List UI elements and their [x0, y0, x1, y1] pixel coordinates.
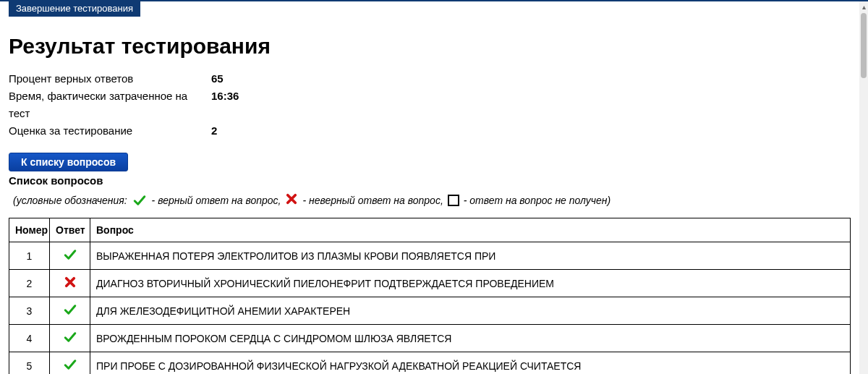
check-icon [62, 303, 78, 316]
cell-number: 4 [9, 325, 50, 352]
summary-label: Оценка за тестирование [9, 122, 211, 140]
page-title: Результат тестирования [9, 34, 851, 59]
cell-question: ДИАГНОЗ ВТОРИЧНЫЙ ХРОНИЧЕСКИЙ ПИЕЛОНЕФРИ… [90, 270, 851, 297]
legend-noanswer-text: - ответ на вопрос не получен) [464, 195, 610, 206]
legend-incorrect-text: - неверный ответ на вопрос, [302, 195, 443, 206]
legend-correct-text: - верный ответ на вопрос, [152, 195, 281, 206]
summary-value: 16:36 [211, 88, 239, 122]
square-icon [448, 195, 459, 206]
col-number: Номер [9, 218, 50, 242]
summary-label: Процент верных ответов [9, 70, 211, 88]
to-questions-list-button[interactable]: К списку вопросов [9, 153, 128, 171]
cross-icon [64, 279, 77, 291]
cell-number: 2 [9, 270, 50, 297]
check-icon [132, 194, 148, 207]
col-question: Вопрос [90, 218, 851, 242]
cell-answer [50, 325, 90, 352]
cell-question: ПРИ ПРОБЕ С ДОЗИРОВАННОЙ ФИЗИЧЕСКОЙ НАГР… [90, 352, 851, 375]
vertical-scrollbar[interactable]: ▴ [859, 1, 868, 374]
scroll-up-icon[interactable]: ▴ [859, 1, 868, 12]
section-subtitle: Список вопросов [9, 174, 851, 187]
check-icon [62, 248, 78, 261]
cross-icon [285, 192, 298, 208]
cell-question: ДЛЯ ЖЕЛЕЗОДЕФИЦИТНОЙ АНЕМИИ ХАРАКТЕРЕН [90, 297, 851, 325]
check-icon [62, 358, 78, 371]
table-row: 3ДЛЯ ЖЕЛЕЗОДЕФИЦИТНОЙ АНЕМИИ ХАРАКТЕРЕН [9, 297, 851, 325]
table-row: 5ПРИ ПРОБЕ С ДОЗИРОВАННОЙ ФИЗИЧЕСКОЙ НАГ… [9, 352, 851, 375]
table-row: 1ВЫРАЖЕННАЯ ПОТЕРЯ ЭЛЕКТРОЛИТОВ ИЗ ПЛАЗМ… [9, 242, 851, 270]
legend: (условные обозначения: - верный ответ на… [13, 192, 851, 208]
cell-answer [50, 270, 90, 297]
table-header-row: Номер Ответ Вопрос [9, 218, 851, 242]
cell-number: 3 [9, 297, 50, 325]
questions-table: Номер Ответ Вопрос 1ВЫРАЖЕННАЯ ПОТЕРЯ ЭЛ… [9, 218, 851, 374]
summary-value: 65 [211, 70, 224, 88]
scroll-thumb[interactable] [861, 13, 867, 78]
summary-value: 2 [211, 122, 217, 140]
legend-prefix: (условные обозначения: [13, 195, 127, 206]
cell-answer [50, 352, 90, 375]
header-tab[interactable]: Завершение тестирования [9, 1, 140, 17]
summary-row: Процент верных ответов 65 [9, 70, 851, 88]
cell-question: ВЫРАЖЕННАЯ ПОТЕРЯ ЭЛЕКТРОЛИТОВ ИЗ ПЛАЗМЫ… [90, 242, 851, 270]
summary-row: Время, фактически затраченное на тест 16… [9, 88, 851, 122]
table-row: 2ДИАГНОЗ ВТОРИЧНЫЙ ХРОНИЧЕСКИЙ ПИЕЛОНЕФР… [9, 270, 851, 297]
summary-row: Оценка за тестирование 2 [9, 122, 851, 140]
check-icon [62, 331, 78, 344]
cell-answer [50, 297, 90, 325]
cell-question: ВРОЖДЕННЫМ ПОРОКОМ СЕРДЦА С СИНДРОМОМ ШЛ… [90, 325, 851, 352]
table-row: 4ВРОЖДЕННЫМ ПОРОКОМ СЕРДЦА С СИНДРОМОМ Ш… [9, 325, 851, 352]
cell-number: 1 [9, 242, 50, 270]
cell-number: 5 [9, 352, 50, 375]
summary-label: Время, фактически затраченное на тест [9, 88, 211, 122]
summary-block: Процент верных ответов 65 Время, фактиче… [9, 70, 851, 140]
col-answer: Ответ [50, 218, 90, 242]
cell-answer [50, 242, 90, 270]
